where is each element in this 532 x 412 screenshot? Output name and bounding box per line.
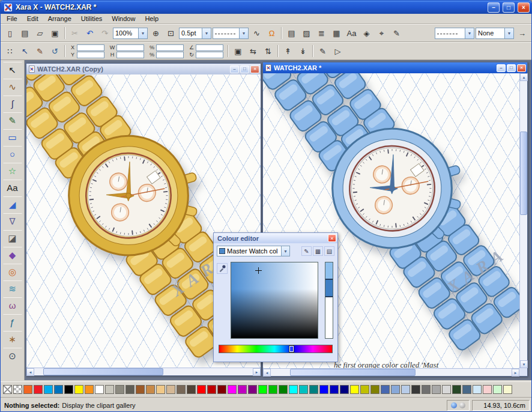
palette-swatch-25[interactable] — [258, 385, 267, 394]
palette-swatch-29[interactable] — [299, 385, 308, 394]
palette-swatch-32[interactable] — [330, 385, 339, 394]
palette-swatch-3[interactable] — [34, 385, 43, 394]
clipart-gallery-button[interactable]: ▤ — [285, 26, 298, 40]
colour-picker-marker[interactable] — [255, 267, 262, 274]
menu-arrange[interactable]: Arrange — [43, 14, 76, 23]
dash-pattern-combo-arrow[interactable]: ▾ — [239, 28, 248, 38]
zoom-combo-arrow[interactable]: ▾ — [138, 28, 147, 38]
palette-swatch-16[interactable] — [166, 385, 175, 394]
palette-swatch-43[interactable] — [442, 385, 451, 394]
node-edit-button[interactable]: ⌖ — [375, 26, 388, 40]
palette-swatch-9[interactable] — [95, 385, 104, 394]
brush-button[interactable]: ✎ — [33, 44, 47, 58]
pen-button[interactable]: ✎ — [390, 26, 404, 40]
chevron-down-icon[interactable]: ▾ — [281, 246, 289, 256]
palette-swatch-37[interactable] — [381, 385, 390, 394]
transparency-tool[interactable]: ∇ — [3, 213, 22, 229]
palette-swatch-11[interactable] — [115, 385, 124, 394]
scroll-track[interactable] — [520, 81, 527, 360]
scale-input-1[interactable] — [156, 52, 184, 58]
horizontal-scrollbar[interactable]: ◂ ▸ — [263, 368, 519, 376]
maximize-button[interactable]: □ — [503, 2, 515, 13]
child-titlebar-active[interactable]: WATCH2.XAR * – □ × — [263, 62, 527, 73]
menu-utilities[interactable]: Utilities — [76, 14, 107, 23]
quickshape-tool[interactable]: ☆ — [3, 163, 22, 179]
palette-swatch-46[interactable] — [473, 385, 482, 394]
bitmap-gallery-button[interactable]: ▦ — [330, 26, 343, 40]
hue-strip[interactable] — [219, 345, 333, 353]
flag-button[interactable]: ▷ — [331, 44, 345, 58]
flip-vertical-button[interactable]: ⇅ — [261, 44, 275, 58]
shape-editor-tool[interactable]: ∫ — [3, 95, 22, 112]
menu-window[interactable]: Window — [107, 14, 140, 23]
vertical-scrollbar[interactable]: ▴ ▾ — [519, 73, 527, 368]
ellipse-tool[interactable]: ○ — [3, 146, 22, 162]
apply-style-button[interactable]: → — [515, 26, 529, 40]
minimize-button[interactable]: – — [488, 2, 500, 13]
bevel-tool[interactable]: ◆ — [3, 247, 22, 263]
palette-swatch-12[interactable] — [125, 385, 135, 394]
copy-colour-icon[interactable]: ▤ — [324, 246, 334, 256]
scroll-thumb[interactable] — [290, 369, 416, 376]
colour-name-combo[interactable]: Master Watch col ▾ — [217, 246, 290, 256]
colour-editor-close-button[interactable]: × — [328, 234, 336, 242]
scale-input-0[interactable] — [156, 44, 184, 51]
zoom-in-button[interactable]: ⊕ — [149, 26, 163, 40]
zoom-tool[interactable]: ⊙ — [3, 348, 22, 364]
size-input-0[interactable] — [116, 44, 144, 51]
palette-grid-icon[interactable]: ▦ — [313, 246, 323, 256]
new-document-button[interactable]: ▯ — [3, 26, 17, 40]
palette-swatch-23[interactable] — [238, 385, 247, 394]
pen-tool[interactable]: ✎ — [3, 112, 22, 129]
palette-swatch-21[interactable] — [217, 385, 226, 394]
position-input-1[interactable] — [77, 52, 104, 58]
scroll-up-icon[interactable]: ▴ — [520, 73, 528, 81]
snap-magnet-button[interactable]: Ω — [265, 26, 279, 40]
style-combo-arrow[interactable]: ▾ — [504, 28, 513, 38]
palette-swatch-33[interactable] — [340, 385, 349, 394]
scroll-right-icon[interactable]: ▸ — [253, 368, 261, 376]
palette-swatch-49[interactable] — [503, 385, 512, 394]
style-combo[interactable]: None▾ — [476, 28, 514, 39]
title-bar[interactable]: Xara X - WATCH2.XAR * – □ × — [1, 1, 531, 14]
ruler-dash-combo[interactable]: ▾ — [435, 28, 474, 39]
cut-button[interactable]: ✂ — [68, 26, 82, 40]
hue-marker[interactable] — [289, 346, 294, 352]
selector-tool[interactable]: ↖ — [3, 62, 22, 78]
rectangle-tool[interactable]: ▭ — [3, 129, 22, 145]
scroll-left-icon[interactable]: ◂ — [26, 368, 34, 376]
aspect-lock-button[interactable]: ▣ — [231, 44, 245, 58]
save-button[interactable]: ▣ — [48, 26, 62, 40]
eyedropper-button[interactable] — [217, 263, 228, 274]
copy-button[interactable]: ▤ — [18, 26, 32, 40]
palette-swatch-10[interactable] — [105, 385, 114, 394]
colour-gradient-picker[interactable] — [231, 262, 318, 339]
palette-swatch-15[interactable] — [156, 385, 165, 394]
palette-swatch-31[interactable] — [319, 385, 328, 394]
palette-swatch-20[interactable] — [207, 385, 216, 394]
position-input-0[interactable] — [77, 44, 104, 51]
palette-swatch-28[interactable] — [289, 385, 298, 394]
fill-gallery-button[interactable]: ▨ — [300, 26, 313, 40]
colour-editor-titlebar[interactable]: Colour editor × — [214, 233, 337, 243]
menu-file[interactable]: File — [2, 14, 22, 23]
palette-swatch-19[interactable] — [197, 385, 206, 394]
redo-button[interactable]: ↷ — [98, 26, 112, 40]
pen-small-button[interactable]: ✎ — [316, 44, 330, 58]
freehand-tool[interactable]: ∿ — [3, 79, 22, 95]
scroll-right-icon[interactable]: ▸ — [512, 369, 519, 377]
colour-editor-dialog[interactable]: Colour editor × Master Watch col ▾ ✎▦▤ — [213, 232, 338, 362]
child-close-button[interactable]: × — [250, 65, 259, 73]
selector-small-button[interactable]: ↖ — [18, 44, 32, 58]
palette-swatch-30[interactable] — [309, 385, 318, 394]
palette-swatch-13[interactable] — [136, 385, 145, 394]
undo-button[interactable]: ↶ — [83, 26, 97, 40]
child-close-button[interactable]: × — [517, 64, 526, 72]
menu-edit[interactable]: Edit — [22, 14, 43, 23]
edit-name-icon[interactable]: ✎ — [301, 246, 312, 256]
palette-swatch-44[interactable] — [452, 385, 461, 394]
push-tool[interactable]: ∗ — [3, 331, 22, 347]
ruler-dash-combo-arrow[interactable]: ▾ — [465, 28, 474, 38]
rotate-button[interactable]: ↺ — [48, 44, 62, 58]
strip-handle[interactable] — [325, 296, 333, 297]
